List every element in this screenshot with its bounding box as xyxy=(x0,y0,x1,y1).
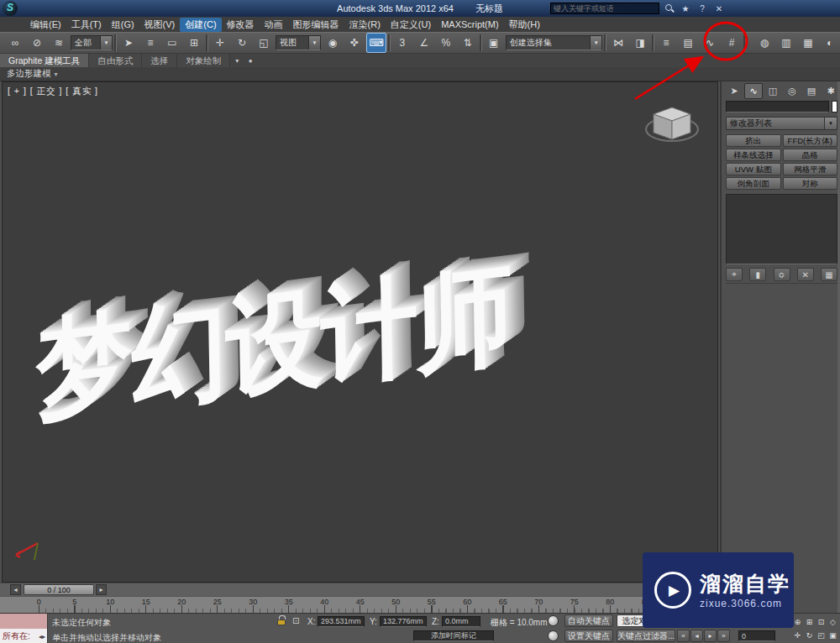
modifier-preset-button[interactable]: 晶格 xyxy=(783,149,838,161)
reference-coordinate-dropdown[interactable]: 视图 ▼ xyxy=(276,35,321,50)
remove-modifier-icon[interactable]: ✕ xyxy=(797,268,814,281)
object-color-swatch[interactable] xyxy=(832,101,837,112)
next-frame-arrow[interactable]: ▸ xyxy=(96,584,107,595)
z-coordinate-field[interactable]: 0.0mm xyxy=(442,616,480,627)
tab-object-paint[interactable]: 对象绘制 xyxy=(177,54,230,67)
tab-selection[interactable]: 选择 xyxy=(142,54,177,67)
menu-item[interactable]: MAXScript(M) xyxy=(436,18,503,30)
material-editor-icon[interactable]: ◍ xyxy=(754,33,774,53)
mirror-icon[interactable]: ⋈ xyxy=(608,33,628,53)
modifier-preset-button[interactable]: UVW 贴图 xyxy=(726,163,781,175)
select-and-manipulate-icon[interactable]: ✜ xyxy=(344,33,365,53)
previous-frame-arrow[interactable]: ◂ xyxy=(10,584,21,595)
menu-item[interactable]: 视图(V) xyxy=(139,18,181,32)
menu-item[interactable]: 修改器 xyxy=(222,18,260,32)
go-to-end-button[interactable]: » xyxy=(717,630,730,642)
keyboard-override-icon[interactable]: ⌨ xyxy=(366,33,386,53)
edit-named-selection-sets-icon[interactable]: ▣ xyxy=(484,33,504,53)
percent-snap-icon[interactable]: % xyxy=(436,33,456,53)
previous-frame-button[interactable]: ◂ xyxy=(690,630,703,642)
viewport-3d-text[interactable]: 梦幻设计师 xyxy=(34,241,512,447)
macro-recorder-strip[interactable] xyxy=(0,614,47,630)
modifier-list-dropdown[interactable]: 修改器列表 ▼ xyxy=(726,117,837,130)
x-coordinate-field[interactable]: 293.531mm xyxy=(318,616,365,627)
auto-key-button[interactable]: 自动关键点 xyxy=(564,614,613,627)
key-filters-button[interactable]: 关键点过滤器... xyxy=(617,630,675,642)
pan-icon[interactable]: ✛ xyxy=(792,629,803,641)
angle-snap-icon[interactable]: ∠ xyxy=(414,33,434,53)
modifier-preset-button[interactable]: FFD(长方体) xyxy=(783,134,838,147)
select-and-link-icon[interactable]: ∞ xyxy=(5,33,25,53)
select-region-icon[interactable]: ▭ xyxy=(162,33,182,53)
modifier-stack-list[interactable] xyxy=(726,194,837,264)
menu-item[interactable]: 组(G) xyxy=(107,18,139,32)
select-and-move-icon[interactable]: ✛ xyxy=(210,33,230,53)
set-key-mode-icon[interactable] xyxy=(548,630,559,641)
timeline-ruler[interactable]: 05101520253035404550556065707580859095 xyxy=(0,596,720,613)
modifier-preset-button[interactable]: 网格平滑 xyxy=(783,163,838,175)
menu-item[interactable]: 帮助(H) xyxy=(504,18,545,32)
menu-item[interactable]: 编辑(E) xyxy=(25,18,66,32)
menu-item[interactable]: 创建(C) xyxy=(180,18,221,32)
current-frame-field[interactable] xyxy=(738,630,775,641)
menu-item[interactable]: 动画 xyxy=(260,18,288,32)
window-crossing-icon[interactable]: ⊞ xyxy=(184,33,204,53)
modifier-preset-button[interactable]: 对称 xyxy=(783,177,838,190)
display-tab-icon[interactable]: ▤ xyxy=(802,83,821,99)
object-name-input[interactable] xyxy=(726,101,829,112)
help-icon[interactable]: ? xyxy=(696,3,708,14)
infocenter-search-input[interactable] xyxy=(550,3,659,14)
chevron-down-icon[interactable]: ▾ xyxy=(55,71,58,78)
menu-item[interactable]: 渲染(R) xyxy=(344,18,386,32)
align-icon[interactable]: ◨ xyxy=(630,33,650,53)
view-cube[interactable] xyxy=(642,101,702,153)
y-coordinate-field[interactable]: 132.776mm xyxy=(380,616,427,627)
select-by-name-icon[interactable]: ≡ xyxy=(140,33,160,53)
play-button[interactable]: ▸ xyxy=(704,630,717,642)
curve-editor-icon[interactable]: ∿ xyxy=(700,33,720,53)
select-and-rotate-icon[interactable]: ↻ xyxy=(232,33,252,53)
orbit-icon[interactable]: ↻ xyxy=(804,629,815,641)
add-time-tag-field[interactable]: 添加时间标记 xyxy=(413,630,494,641)
menu-item[interactable]: 图形编辑器 xyxy=(288,18,344,32)
time-slider-handle[interactable]: 0 / 100 xyxy=(24,584,94,595)
menu-item[interactable]: 工具(T) xyxy=(66,18,107,32)
maxscript-mini-listener[interactable]: 所有在: ◂▸ xyxy=(0,614,48,643)
maximize-viewport-icon[interactable]: ◰ xyxy=(816,629,827,641)
menu-item[interactable]: 自定义(U) xyxy=(386,18,436,32)
show-end-result-icon[interactable]: ▮ xyxy=(749,268,766,281)
tab-freeform[interactable]: 自由形式 xyxy=(89,54,142,67)
snap-toggle-3d-icon[interactable]: 3 xyxy=(392,33,412,53)
search-icon[interactable] xyxy=(664,3,675,13)
listener-strip[interactable]: 所有在: ◂▸ xyxy=(0,629,47,643)
viewport[interactable]: [ + ] [ 正交 ] [ 真实 ] 梦幻设计师 xyxy=(2,81,718,583)
use-pivot-point-icon[interactable]: ◉ xyxy=(323,33,343,53)
ribbon-options-icon[interactable]: ● xyxy=(244,54,257,67)
field-of-view-icon[interactable]: ◇ xyxy=(827,615,838,628)
favorites-icon[interactable]: ★ xyxy=(680,3,691,14)
schematic-view-icon[interactable]: # xyxy=(722,33,742,53)
modifier-preset-button[interactable]: 挤出 xyxy=(726,134,781,147)
rendered-frame-window-icon[interactable]: ▦ xyxy=(798,33,818,53)
set-key-button[interactable]: 设置关键点 xyxy=(564,630,613,642)
select-and-scale-icon[interactable]: ◱ xyxy=(254,33,274,53)
listener-scroll-arrows[interactable]: ◂▸ xyxy=(39,633,45,640)
viewport-label[interactable]: [ + ] [ 正交 ] [ 真实 ] xyxy=(8,86,98,97)
chevron-down-icon[interactable]: ▾ xyxy=(230,54,244,67)
motion-tab-icon[interactable]: ◎ xyxy=(783,83,801,99)
absolute-offset-toggle-icon[interactable]: ⊡ xyxy=(292,616,299,625)
configure-modifier-sets-icon[interactable]: ▦ xyxy=(821,268,837,281)
zoom-extents-icon[interactable]: ⊡ xyxy=(816,615,827,628)
named-selection-sets-dropdown[interactable]: 创建选择集 ▼ xyxy=(506,35,603,50)
hierarchy-tab-icon[interactable]: ◫ xyxy=(764,83,782,99)
infocenter-close-icon[interactable]: ✕ xyxy=(713,3,725,14)
pin-stack-icon[interactable]: ⌖ xyxy=(726,268,743,281)
render-setup-icon[interactable]: ▥ xyxy=(776,33,796,53)
manage-layers-icon[interactable]: ≡ xyxy=(656,33,676,53)
select-object-icon[interactable]: ➤ xyxy=(118,33,139,53)
selection-filter-dropdown[interactable]: 全部 ▼ xyxy=(71,35,113,50)
zoom-all-icon[interactable]: ⊞ xyxy=(804,615,815,628)
render-production-icon[interactable]: ◐ xyxy=(820,33,840,53)
modifier-preset-button[interactable]: 样条线选择 xyxy=(726,149,781,161)
go-to-start-button[interactable]: « xyxy=(677,630,690,642)
